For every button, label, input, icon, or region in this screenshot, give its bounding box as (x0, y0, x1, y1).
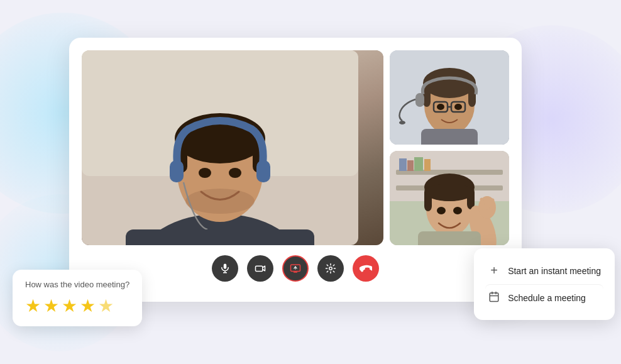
schedule-meeting-item[interactable]: Schedule a meeting (485, 284, 603, 311)
camera-icon (255, 263, 266, 274)
star-4: ★ (80, 295, 96, 316)
svg-point-47 (453, 207, 462, 214)
plus-icon: + (488, 263, 500, 278)
side-video-2 (390, 151, 509, 245)
svg-rect-54 (224, 264, 227, 269)
svg-point-10 (185, 189, 255, 214)
camera-button[interactable] (247, 255, 273, 282)
svg-rect-29 (421, 129, 478, 145)
settings-icon (325, 263, 336, 274)
star-2: ★ (43, 295, 59, 316)
svg-point-28 (399, 121, 405, 124)
calendar-icon (488, 291, 500, 305)
star-3: ★ (62, 295, 77, 316)
svg-rect-63 (490, 293, 498, 302)
svg-rect-51 (485, 196, 489, 210)
svg-rect-53 (418, 231, 481, 245)
star-1: ★ (25, 295, 41, 316)
svg-point-9 (229, 168, 241, 178)
video-area (69, 38, 522, 245)
mic-icon (219, 263, 231, 274)
svg-point-46 (437, 207, 446, 214)
svg-point-26 (454, 104, 462, 110)
svg-point-62 (329, 267, 332, 270)
main-video-svg (82, 50, 358, 245)
side-video-2-svg (390, 151, 509, 245)
mic-button[interactable] (212, 255, 238, 282)
schedule-meeting-label: Schedule a meeting (508, 293, 586, 303)
rating-card: How was the video meeting? ★ ★ ★ ★ ★ (13, 270, 142, 326)
svg-rect-27 (415, 93, 424, 107)
side-videos (390, 50, 509, 245)
svg-rect-37 (414, 157, 423, 171)
svg-rect-12 (256, 160, 270, 182)
side-video-1-svg (390, 50, 509, 145)
svg-rect-38 (424, 159, 431, 171)
side-video-1 (390, 50, 509, 145)
svg-rect-13 (126, 229, 314, 245)
svg-point-25 (437, 104, 444, 110)
main-video-placeholder (82, 50, 383, 245)
instant-meeting-item[interactable]: + Start an instant meeting (485, 257, 603, 284)
main-video (82, 50, 383, 245)
end-call-button[interactable] (353, 255, 379, 282)
svg-rect-57 (256, 266, 263, 271)
settings-button[interactable] (317, 255, 344, 282)
instant-meeting-label: Start an instant meeting (508, 266, 601, 276)
video-call-card (69, 38, 522, 302)
svg-point-8 (199, 168, 211, 178)
svg-rect-11 (170, 160, 184, 182)
end-call-icon (360, 262, 372, 275)
svg-rect-36 (407, 160, 414, 171)
svg-point-45 (426, 184, 473, 201)
screen-share-icon (290, 263, 301, 274)
rating-question: How was the video meeting? (25, 280, 129, 289)
popup-menu: + Start an instant meeting Schedule a me… (474, 248, 615, 320)
screen-share-button[interactable] (282, 255, 309, 282)
star-5: ★ (98, 295, 114, 316)
stars-container: ★ ★ ★ ★ ★ (25, 295, 129, 316)
svg-rect-35 (399, 158, 407, 171)
